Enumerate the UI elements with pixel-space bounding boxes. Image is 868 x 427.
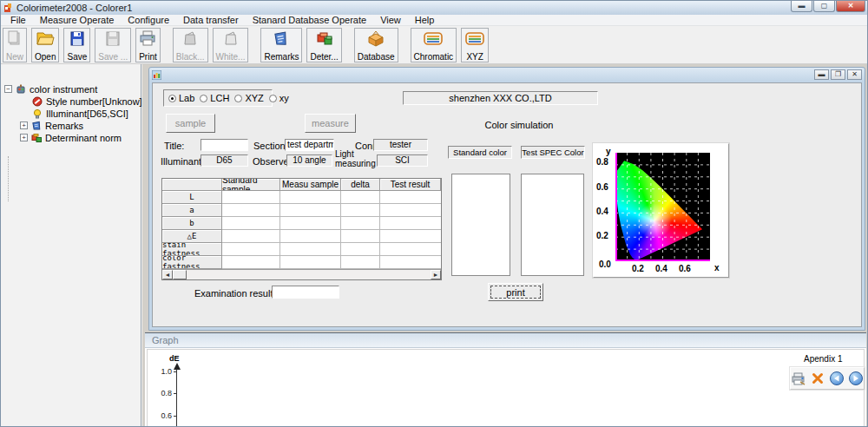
collapse-icon[interactable]: − [4,85,12,93]
table-cell[interactable] [222,204,280,217]
radio-lch[interactable]: LCH [200,93,229,103]
measurement-child-window: ▬ ❐ ✕ Lab LCH XYZ xy shenzhen XXX CO.,LT… [148,67,865,331]
table-cell[interactable] [380,230,441,243]
minimize-button[interactable]: ▬ [791,1,812,12]
open-button[interactable]: Open [31,28,59,62]
maximize-button[interactable]: ▢ [813,1,835,12]
cie-y-axis-label: y [606,147,611,156]
determinant-button[interactable]: Deter... [306,28,341,62]
page-forward-icon[interactable] [848,371,864,386]
table-cell[interactable] [280,230,341,243]
print-graph-icon[interactable] [791,371,806,386]
table-cell[interactable] [380,191,441,204]
color-instrument-icon [16,84,26,95]
table-cell[interactable] [341,204,380,217]
delete-cross-icon[interactable] [810,371,825,386]
child-minimize-button[interactable]: ▬ [814,69,829,80]
tree-item-remarks[interactable]: + Remarks [20,120,83,131]
conner-field[interactable]: tester [373,139,428,151]
expand-icon[interactable]: + [20,134,28,141]
table-cell[interactable] [222,217,280,230]
table-cell[interactable] [341,217,380,230]
print-report-button[interactable]: print [488,283,543,301]
radio-lab[interactable]: Lab [168,93,194,103]
table-cell[interactable] [280,243,341,256]
illuminant-field[interactable]: D65 [201,154,248,167]
close-button[interactable]: ✕ [836,1,865,12]
database-button[interactable]: Database [354,28,398,62]
table-cell[interactable] [341,191,380,204]
page-back-icon[interactable] [829,371,845,386]
save-as-button[interactable]: Save ... [95,28,131,62]
scroll-right-icon[interactable]: ► [431,270,441,279]
cie-y-tick: 0.4 [596,207,608,216]
graph-toolbar [790,367,865,390]
menu-item-data-transfer[interactable]: Data transfer [176,15,246,25]
white-calibration-button[interactable]: White... [213,28,249,62]
section-label: Section: [253,141,288,151]
radio-xyz[interactable]: XYZ [234,93,263,103]
graph-plot-area: dE 1.0 0.8 0.6 Apendix 1 [147,349,865,427]
print-button[interactable]: Print [135,28,161,62]
cie-y-axis [615,153,617,261]
menu-item-help[interactable]: Help [408,15,442,25]
measure-button[interactable]: measure [305,114,356,133]
cie-plot [615,153,710,261]
table-cell[interactable] [341,256,380,269]
table-cell[interactable] [341,230,380,243]
table-cell[interactable] [380,243,441,256]
menu-item-measure-operate[interactable]: Measure Operate [33,15,122,25]
table-cell[interactable] [222,256,280,269]
table-cell[interactable] [222,230,280,243]
table-cell[interactable] [280,256,341,269]
child-content: Lab LCH XYZ xy shenzhen XXX CO.,LTD samp… [152,82,862,327]
remarks-button[interactable]: Remarks [260,28,302,62]
menu-item-file[interactable]: File [3,15,33,25]
chromatic-button[interactable]: Chromatic [411,28,457,62]
tree-item-color-instrument[interactable]: − color instrument [4,83,97,95]
child-close-button[interactable]: ✕ [847,69,862,80]
scroll-left-icon[interactable]: ◄ [162,270,173,279]
scrollbar-thumb[interactable] [173,270,187,279]
table-cell[interactable] [222,191,280,204]
menu-item-view[interactable]: View [373,15,408,25]
table-cell[interactable] [280,217,341,230]
table-cell[interactable] [380,204,441,217]
title-field[interactable] [201,139,248,151]
expand-icon[interactable]: + [20,122,28,129]
section-field[interactable]: test departme [285,139,334,151]
sample-button[interactable]: sample [166,114,215,133]
child-restore-button[interactable]: ❐ [831,69,845,80]
black-calibration-button[interactable]: Black... [173,28,208,62]
radio-xy[interactable]: xy [269,93,289,103]
new-button[interactable]: New [3,28,27,62]
xyz-button[interactable]: XYZ [461,28,489,62]
tree-item-illuminant[interactable]: Illuminant[D65,SCI] [32,108,128,119]
table-header-cell [162,179,222,191]
company-name-field[interactable]: shenzhen XXX CO.,LTD [403,91,598,105]
table-cell[interactable] [380,217,441,230]
light-measuring-field[interactable]: SCI [377,154,428,167]
observer-field[interactable]: 10 angle [286,154,332,167]
table-cell[interactable] [280,191,341,204]
table-cell[interactable] [341,243,380,256]
table-cell[interactable] [222,243,280,256]
table-cell[interactable] [380,256,441,269]
radio-dot [168,95,176,102]
menu-item-standard-database-operate[interactable]: Stanard Database Operate [246,15,373,25]
light-measuring-label: Light measuring [335,149,377,168]
tree-item-style-number[interactable]: Style number[Unknow] [32,95,142,107]
graph-y-tick: 1.0 [153,367,172,376]
horizontal-scrollbar[interactable]: ◄ ► [162,269,441,279]
tree-item-determinant-norm[interactable]: + Determinant norm [20,132,122,143]
graph-header: Graph [145,333,866,348]
table-row: a [162,204,441,217]
menu-item-configure[interactable]: Configure [121,15,176,25]
radio-dot [234,95,242,102]
table-cell[interactable] [280,204,341,217]
menu-bar: File Measure Operate Configure Data tran… [1,15,867,26]
scrollbar-track[interactable] [187,270,431,279]
cie-x-tick: 0.2 [632,264,644,273]
examination-result-field[interactable] [272,286,339,299]
save-button[interactable]: Save [63,28,90,62]
